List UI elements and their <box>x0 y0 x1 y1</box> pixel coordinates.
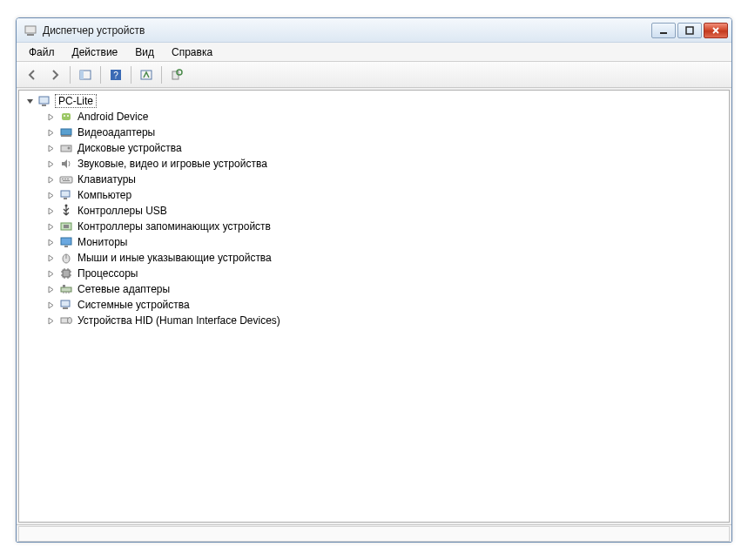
tree-category[interactable]: Контроллеры USB <box>21 203 727 219</box>
tree-root-node[interactable]: PC-Lite <box>21 93 727 109</box>
svg-rect-5 <box>80 71 84 79</box>
titlebar[interactable]: Диспетчер устройств <box>17 18 731 43</box>
expand-icon[interactable] <box>45 111 56 122</box>
menu-action[interactable]: Действие <box>64 43 127 61</box>
system-icon <box>59 298 73 312</box>
disk-icon <box>59 141 73 155</box>
svg-rect-24 <box>63 180 70 181</box>
tree-category[interactable]: Процессоры <box>21 266 727 281</box>
toolbar: ? <box>17 62 731 88</box>
category-label[interactable]: Дисковые устройства <box>76 142 184 154</box>
tree-category[interactable]: Мониторы <box>21 234 727 250</box>
menubar: Файл Действие Вид Справка <box>17 43 731 62</box>
category-label[interactable]: Контроллеры USB <box>76 205 169 217</box>
forward-button[interactable] <box>44 64 65 85</box>
maximize-button[interactable] <box>677 23 702 38</box>
help-button[interactable]: ? <box>105 64 126 85</box>
storage-controller-icon <box>59 219 73 233</box>
root-label[interactable]: PC-Lite <box>55 94 97 108</box>
mouse-icon <box>59 251 73 265</box>
expand-icon[interactable] <box>45 206 56 216</box>
category-label[interactable]: Устройства HID (Human Interface Devices) <box>76 314 282 327</box>
collapse-icon[interactable] <box>24 96 35 106</box>
expand-icon[interactable] <box>45 127 56 138</box>
tree-category[interactable]: Видеоадаптеры <box>21 125 727 140</box>
expand-icon[interactable] <box>45 300 56 310</box>
svg-rect-1 <box>27 34 34 36</box>
svg-rect-34 <box>63 270 70 277</box>
minimize-button[interactable] <box>651 23 676 38</box>
toolbar-separator <box>161 66 162 84</box>
category-label[interactable]: Сетевые адаптеры <box>76 283 172 295</box>
tree-category[interactable]: Мыши и иные указывающие устройства <box>21 250 727 266</box>
toolbar-separator <box>70 66 71 84</box>
expand-icon[interactable] <box>45 253 56 263</box>
arrow-right-icon <box>48 68 62 82</box>
tree-category[interactable]: Дисковые устройства <box>21 140 727 156</box>
expand-icon[interactable] <box>45 284 56 294</box>
category-label[interactable]: Мониторы <box>76 236 129 248</box>
svg-rect-48 <box>61 300 70 307</box>
tree-category[interactable]: Клавиатуры <box>21 172 727 187</box>
scan-hardware-button[interactable] <box>136 64 157 85</box>
tree-category[interactable]: Сетевые адаптеры <box>21 281 727 297</box>
svg-rect-2 <box>660 32 667 34</box>
content-area: PC-Lite Android Device Видеоадаптеры Дис… <box>17 88 731 524</box>
svg-rect-43 <box>61 287 71 292</box>
category-label[interactable]: Звуковые, видео и игровые устройства <box>76 158 269 170</box>
svg-rect-44 <box>63 285 65 287</box>
usb-icon <box>59 204 73 218</box>
toolbar-separator <box>100 66 101 84</box>
tree-category[interactable]: Компьютер <box>21 187 727 203</box>
window-controls <box>651 23 728 38</box>
expand-icon[interactable] <box>45 159 56 169</box>
category-label[interactable]: Android Device <box>76 111 150 123</box>
expand-icon[interactable] <box>45 190 56 200</box>
menu-view[interactable]: Вид <box>126 43 163 61</box>
svg-point-51 <box>68 318 72 324</box>
processor-icon <box>59 267 73 280</box>
expand-icon[interactable] <box>45 221 56 232</box>
network-icon <box>59 282 73 296</box>
refresh-icon <box>170 68 184 82</box>
category-label[interactable]: Видеоадаптеры <box>76 126 157 138</box>
tree-category[interactable]: Контроллеры запоминающих устройств <box>21 219 727 234</box>
tree-category[interactable]: Звуковые, видео и игровые устройства <box>21 156 727 172</box>
tree-category[interactable]: Android Device <box>21 109 727 125</box>
expand-icon[interactable] <box>45 268 56 279</box>
category-label[interactable]: Клавиатуры <box>76 173 138 186</box>
device-tree[interactable]: PC-Lite Android Device Видеоадаптеры Дис… <box>18 90 730 523</box>
expand-icon[interactable] <box>45 143 56 153</box>
category-label[interactable]: Системные устройства <box>76 299 192 311</box>
tree-category[interactable]: Устройства HID (Human Interface Devices) <box>21 313 727 328</box>
svg-rect-17 <box>61 135 71 137</box>
expand-icon[interactable] <box>45 174 56 185</box>
svg-rect-29 <box>64 225 69 228</box>
show-hidden-button[interactable] <box>75 64 96 85</box>
statusbar <box>17 524 731 542</box>
svg-point-19 <box>68 147 71 150</box>
expand-icon[interactable] <box>45 315 56 326</box>
svg-rect-16 <box>61 129 71 135</box>
menu-file[interactable]: Файл <box>20 43 64 61</box>
svg-rect-21 <box>62 179 64 179</box>
category-label[interactable]: Процессоры <box>76 267 140 280</box>
svg-rect-23 <box>67 179 69 179</box>
properties-button[interactable] <box>166 64 187 85</box>
close-button[interactable] <box>704 23 728 38</box>
category-label[interactable]: Контроллеры запоминающих устройств <box>76 220 273 233</box>
category-label[interactable]: Мыши и иные указывающие устройства <box>76 252 273 264</box>
app-icon <box>24 24 37 37</box>
svg-point-15 <box>67 115 69 117</box>
expand-icon[interactable] <box>45 237 56 247</box>
back-button[interactable] <box>22 64 43 85</box>
category-label[interactable]: Компьютер <box>76 189 133 201</box>
device-manager-window: Диспетчер устройств Файл Действие Вид Сп… <box>16 17 732 543</box>
tree-category[interactable]: Системные устройства <box>21 297 727 313</box>
svg-rect-3 <box>686 27 693 34</box>
svg-rect-13 <box>62 113 71 120</box>
svg-rect-30 <box>61 238 71 245</box>
menu-help[interactable]: Справка <box>163 43 221 61</box>
svg-rect-31 <box>64 246 68 247</box>
keyboard-icon <box>59 172 73 186</box>
